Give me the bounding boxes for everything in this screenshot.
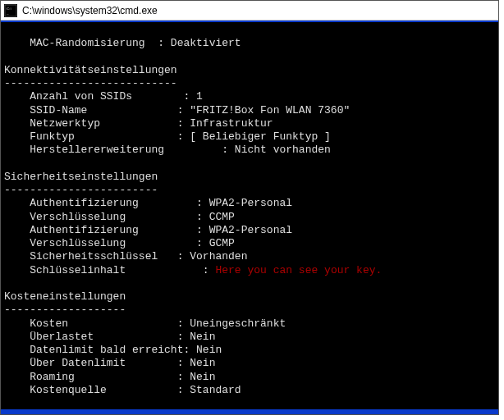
cmd-icon: C:\ _	[4, 4, 17, 17]
section-divider: -------------------	[4, 304, 126, 316]
section-header: Sicherheitseinstellungen	[4, 171, 158, 183]
output-line: Datenlimit bald erreicht: Nein	[4, 344, 222, 356]
output-line: Verschlüsselung : CCMP	[4, 211, 235, 223]
window-title: C:\windows\system32\cmd.exe	[22, 5, 158, 16]
svg-text:_: _	[6, 11, 9, 15]
output-line: Authentifizierung : WPA2-Personal	[4, 197, 292, 209]
titlebar[interactable]: C:\ _ C:\windows\system32\cmd.exe	[1, 1, 498, 21]
output-line: Roaming : Nein	[4, 371, 215, 383]
output-line: MAC-Randomisierung : Deaktiviert	[4, 37, 241, 49]
output-line: Kosten : Uneingeschränkt	[4, 317, 286, 330]
output-line: Netzwerktyp : Infrastruktur	[4, 117, 273, 130]
cmd-window: C:\ _ C:\windows\system32\cmd.exe MAC-Ra…	[0, 0, 499, 415]
label: Schlüsselinhalt :	[4, 264, 215, 276]
section-header: Kosteneinstellungen	[4, 290, 126, 303]
output-line: Sicherheitsschlüssel : Vorhanden	[4, 250, 247, 262]
output-line: Verschlüsselung : GCMP	[4, 237, 235, 249]
output-line: Kostenquelle : Standard	[4, 384, 241, 396]
output-line: Überlastet : Nein	[4, 331, 215, 343]
key-placeholder: Here you can see your key.	[215, 264, 382, 276]
output-line: Über Datenlimit : Nein	[4, 357, 215, 369]
output-line: Funktyp : [ Beliebiger Funktyp ]	[4, 130, 331, 143]
output-line: Schlüsselinhalt : Here you can see your …	[4, 264, 382, 276]
bottom-bar	[1, 409, 498, 414]
section-divider: ------------------------	[4, 184, 158, 196]
section-header: Konnektivitätseinstellungen	[4, 64, 177, 76]
output-line: SSID-Name : "FRITZ!Box Fon WLAN 7360"	[4, 104, 350, 116]
output-line: Anzahl von SSIDs : 1	[4, 90, 203, 103]
output-line: Authentifizierung : WPA2-Personal	[4, 224, 292, 236]
output-line: Herstellererweiterung : Nicht vorhanden	[4, 144, 331, 156]
section-divider: ---------------------------	[4, 77, 177, 89]
terminal-output[interactable]: MAC-Randomisierung : Deaktiviert Konnekt…	[1, 21, 498, 414]
